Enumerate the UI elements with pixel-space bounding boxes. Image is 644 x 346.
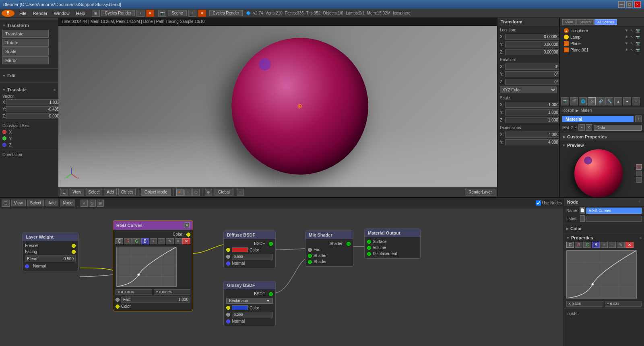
node-props-collapse[interactable]: ≡ [639, 200, 641, 204]
lamp-cursor-icon[interactable]: ↖ [630, 35, 634, 39]
layout-selector[interactable]: Cycles Render [101, 10, 135, 16]
color-collapse-icon[interactable]: ▶ [566, 227, 569, 231]
glossy-distribution-selector[interactable]: Beckmann ▼ [226, 298, 273, 304]
scale-z-input[interactable] [505, 117, 559, 123]
world-props-tab[interactable]: 🌐 [579, 97, 587, 105]
diffuse-color-swatch[interactable] [232, 247, 248, 252]
icosphere-view-icon[interactable]: 👁 [624, 28, 629, 33]
plane-cursor-icon[interactable]: ↖ [630, 41, 634, 46]
node-node-menu[interactable]: Node [60, 200, 75, 206]
diffuse-bsdf-node[interactable]: Diffuse BSDF BSDF Color 0.00 [223, 231, 276, 268]
glossy-color-swatch[interactable] [232, 305, 248, 310]
node-editor-menu-icon[interactable]: ☰ [2, 200, 10, 207]
texture-mode-icon[interactable]: ⬡ [192, 189, 200, 196]
rot-x-input[interactable] [505, 64, 559, 70]
object-menu[interactable]: Object [118, 189, 136, 196]
object-mode-selector[interactable]: Object Mode [141, 189, 171, 196]
node-type-icon-2[interactable]: ⊡ [89, 200, 96, 207]
use-nodes-checkbox[interactable] [536, 200, 541, 206]
menu-render[interactable]: Render [30, 10, 51, 16]
screen-layout-icon[interactable]: ⊞ [92, 10, 100, 17]
loc-z-input[interactable] [505, 49, 559, 55]
view-tab[interactable]: View [562, 19, 576, 25]
particle-props-tab[interactable]: ⁘ [632, 97, 640, 105]
z-input[interactable] [6, 113, 61, 119]
scene-props-tab[interactable]: 🎬 [570, 97, 578, 105]
constraint-props-tab[interactable]: 🔗 [597, 97, 605, 105]
euler-selector[interactable]: XYZ Euler [500, 86, 557, 93]
lamp-render-icon[interactable]: 📷 [635, 35, 640, 39]
menu-window[interactable]: Window [51, 10, 73, 16]
scale-x-input[interactable] [505, 102, 559, 108]
plane001-cursor-icon[interactable]: ↖ [630, 47, 634, 52]
glossy-bsdf-node[interactable]: Glossy BSDF BSDF Beckmann ▼ [223, 281, 276, 326]
rotate-button[interactable]: Rotate [2, 39, 49, 47]
props-tab-close[interactable]: ✕ [625, 242, 634, 248]
glossy-roughness-input[interactable]: 0.200 [232, 312, 273, 317]
node-type-icon-1[interactable]: ○ [80, 200, 88, 207]
scale-y-input[interactable] [505, 109, 559, 115]
scene-camera-icon[interactable]: 📷 [158, 10, 166, 17]
layer-weight-node[interactable]: Layer Weight Fresnel Facing Blend: 0 [22, 233, 78, 271]
material-output-node[interactable]: Material Output Surface Volume Displacem… [364, 229, 421, 259]
screen-add-icon[interactable]: + [136, 10, 144, 17]
x-input[interactable] [6, 99, 61, 105]
icosphere-cursor-icon[interactable]: ↖ [630, 28, 634, 33]
loc-x-input[interactable] [505, 34, 559, 40]
node-type-icon-3[interactable]: ⊞ [97, 200, 104, 207]
modifier-props-tab[interactable]: 🔧 [605, 97, 613, 105]
rgb-add-btn[interactable]: + [150, 238, 157, 244]
close-screen-icon[interactable]: ✕ [146, 10, 154, 17]
solid-mode-icon[interactable]: ● [176, 189, 184, 196]
view-menu[interactable]: View [70, 189, 84, 196]
render-props-tab[interactable]: 📷 [561, 97, 569, 105]
scene-add-icon[interactable]: + [188, 10, 196, 17]
select-menu[interactable]: Select [86, 189, 103, 196]
rgb-curves-close[interactable]: ✕ [184, 222, 190, 228]
rgb-sub-btn[interactable]: − [158, 238, 165, 244]
material-name-field[interactable]: Material [562, 116, 634, 122]
rgb-edit-btn[interactable]: ✎ [166, 238, 174, 244]
node-name-icon[interactable]: 📄 [580, 207, 585, 214]
lw-blend-input[interactable]: Blend: 0.500 [25, 255, 76, 262]
render-engine-selector[interactable]: Cycles Render [209, 10, 243, 16]
data-props-tab[interactable]: ▲ [614, 97, 622, 105]
y-input[interactable] [6, 106, 61, 112]
props-tab-r[interactable]: R [575, 242, 582, 248]
curve-x-val[interactable]: X 0.33636 [116, 289, 152, 295]
props-x-val[interactable]: X 0.336 [566, 301, 603, 307]
plane-render-icon[interactable]: 📷 [635, 41, 640, 46]
loc-y-input[interactable] [505, 41, 559, 47]
plane001-render-icon[interactable]: 📷 [635, 47, 640, 52]
close-scene-icon[interactable]: ✕ [198, 10, 206, 17]
icosphere-render-icon[interactable]: 📷 [635, 28, 640, 33]
maximize-button[interactable]: □ [626, 1, 633, 8]
diffuse-roughness-input[interactable]: 0.000 [232, 254, 273, 260]
node-select-menu[interactable]: Select [27, 200, 44, 206]
node-add-menu[interactable]: Add [45, 200, 58, 206]
close-button[interactable]: ✕ [634, 1, 641, 8]
rot-z-input[interactable] [505, 79, 559, 85]
rot-y-input[interactable] [505, 71, 559, 77]
menu-file[interactable]: File [16, 10, 30, 16]
render-layer-selector[interactable]: RenderLayer [465, 189, 495, 196]
node-view-menu[interactable]: View [11, 200, 26, 206]
node-label-icon[interactable] [580, 215, 585, 222]
props-menu-icon[interactable]: ≡ [640, 236, 642, 240]
data-button[interactable]: Data [594, 125, 642, 131]
rgb-curves-node[interactable]: RGB Curves ✕ Color C R G [113, 220, 193, 311]
preview-opt-3[interactable] [636, 177, 642, 183]
node-name-input[interactable] [586, 208, 642, 214]
curve-y-val[interactable]: Y 0.03125 [154, 289, 190, 295]
props-tab-c[interactable]: C [566, 242, 574, 248]
node-label-input[interactable] [586, 216, 642, 222]
all-scenes-tab[interactable]: All Scenes [594, 19, 617, 25]
menu-help[interactable]: Help [73, 10, 89, 16]
props-y-val[interactable]: Y 0.031 [605, 301, 642, 307]
add-menu[interactable]: Add [104, 189, 117, 196]
global-transform-selector[interactable]: Global [215, 189, 233, 196]
props-tab-b[interactable]: B [592, 242, 600, 248]
material-props-tab[interactable]: ● [623, 97, 631, 105]
plane-view-icon[interactable]: 👁 [624, 41, 629, 46]
props-tab-sub[interactable]: − [609, 242, 616, 248]
